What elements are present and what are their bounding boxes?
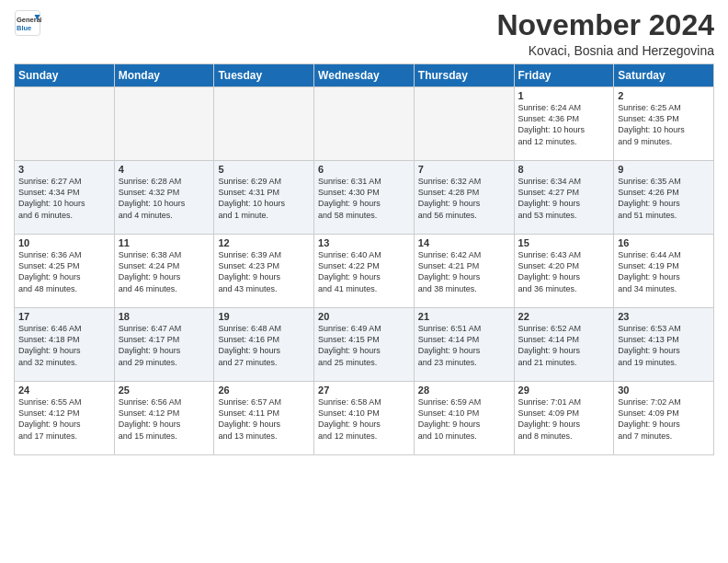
table-row: 3Sunrise: 6:27 AM Sunset: 4:34 PM Daylig… <box>15 161 115 235</box>
day-number: 28 <box>418 385 510 396</box>
table-row: 28Sunrise: 6:59 AM Sunset: 4:10 PM Dayli… <box>414 382 514 455</box>
day-number: 7 <box>418 164 510 175</box>
th-monday: Monday <box>114 64 214 87</box>
logo-icon: General Blue <box>14 9 41 37</box>
day-number: 23 <box>618 311 710 322</box>
day-number: 20 <box>318 311 410 322</box>
table-row: 27Sunrise: 6:58 AM Sunset: 4:10 PM Dayli… <box>314 382 415 455</box>
table-row: 8Sunrise: 6:34 AM Sunset: 4:27 PM Daylig… <box>514 161 614 235</box>
table-row: 19Sunrise: 6:48 AM Sunset: 4:16 PM Dayli… <box>214 308 314 382</box>
day-info: Sunrise: 6:36 AM Sunset: 4:25 PM Dayligh… <box>18 249 110 294</box>
day-number: 8 <box>518 164 610 175</box>
day-info: Sunrise: 6:28 AM Sunset: 4:32 PM Dayligh… <box>119 176 210 221</box>
day-info: Sunrise: 6:57 AM Sunset: 4:11 PM Dayligh… <box>218 396 310 442</box>
table-row: 22Sunrise: 6:52 AM Sunset: 4:14 PM Dayli… <box>514 308 614 382</box>
day-info: Sunrise: 6:40 AM Sunset: 4:22 PM Dayligh… <box>318 249 410 294</box>
table-row: 5Sunrise: 6:29 AM Sunset: 4:31 PM Daylig… <box>214 161 314 235</box>
table-row: 25Sunrise: 6:56 AM Sunset: 4:12 PM Dayli… <box>114 382 214 455</box>
day-number: 14 <box>418 237 510 248</box>
day-number: 17 <box>18 311 110 322</box>
day-number: 1 <box>518 90 610 101</box>
day-number: 10 <box>18 237 110 248</box>
day-info: Sunrise: 6:24 AM Sunset: 4:36 PM Dayligh… <box>518 102 610 147</box>
table-row: 26Sunrise: 6:57 AM Sunset: 4:11 PM Dayli… <box>214 382 314 455</box>
table-row <box>214 87 314 161</box>
table-row: 7Sunrise: 6:32 AM Sunset: 4:28 PM Daylig… <box>414 161 514 235</box>
day-info: Sunrise: 6:42 AM Sunset: 4:21 PM Dayligh… <box>418 249 510 294</box>
table-row: 30Sunrise: 7:02 AM Sunset: 4:09 PM Dayli… <box>614 382 714 455</box>
day-info: Sunrise: 6:32 AM Sunset: 4:28 PM Dayligh… <box>418 176 510 221</box>
day-info: Sunrise: 6:52 AM Sunset: 4:14 PM Dayligh… <box>518 323 610 368</box>
day-info: Sunrise: 6:34 AM Sunset: 4:27 PM Dayligh… <box>518 176 610 221</box>
table-row <box>114 87 214 161</box>
day-info: Sunrise: 7:01 AM Sunset: 4:09 PM Dayligh… <box>518 396 610 442</box>
table-row: 11Sunrise: 6:38 AM Sunset: 4:24 PM Dayli… <box>114 235 214 308</box>
table-row: 29Sunrise: 7:01 AM Sunset: 4:09 PM Dayli… <box>514 382 614 455</box>
day-number: 25 <box>119 385 210 396</box>
day-info: Sunrise: 6:51 AM Sunset: 4:14 PM Dayligh… <box>418 323 510 368</box>
day-number: 15 <box>518 237 610 248</box>
table-row: 15Sunrise: 6:43 AM Sunset: 4:20 PM Dayli… <box>514 235 614 308</box>
day-info: Sunrise: 6:55 AM Sunset: 4:12 PM Dayligh… <box>18 396 110 442</box>
logo: General Blue <box>14 9 41 37</box>
table-row: 21Sunrise: 6:51 AM Sunset: 4:14 PM Dayli… <box>414 308 514 382</box>
title-block: November 2024 Kovaci, Bosnia and Herzego… <box>496 9 714 58</box>
table-row: 6Sunrise: 6:31 AM Sunset: 4:30 PM Daylig… <box>314 161 415 235</box>
day-info: Sunrise: 6:58 AM Sunset: 4:10 PM Dayligh… <box>318 396 410 442</box>
day-number: 29 <box>518 385 610 396</box>
day-info: Sunrise: 6:47 AM Sunset: 4:17 PM Dayligh… <box>119 323 210 368</box>
th-thursday: Thursday <box>414 64 514 87</box>
table-row: 4Sunrise: 6:28 AM Sunset: 4:32 PM Daylig… <box>114 161 214 235</box>
svg-text:Blue: Blue <box>17 24 31 32</box>
th-friday: Friday <box>514 64 614 87</box>
day-info: Sunrise: 6:38 AM Sunset: 4:24 PM Dayligh… <box>119 249 210 294</box>
table-row: 12Sunrise: 6:39 AM Sunset: 4:23 PM Dayli… <box>214 235 314 308</box>
day-number: 12 <box>218 237 310 248</box>
day-number: 22 <box>518 311 610 322</box>
table-row: 24Sunrise: 6:55 AM Sunset: 4:12 PM Dayli… <box>15 382 115 455</box>
location: Kovaci, Bosnia and Herzegovina <box>496 43 714 58</box>
th-sunday: Sunday <box>15 64 115 87</box>
day-info: Sunrise: 7:02 AM Sunset: 4:09 PM Dayligh… <box>618 396 710 442</box>
day-info: Sunrise: 6:59 AM Sunset: 4:10 PM Dayligh… <box>418 396 510 442</box>
day-number: 9 <box>618 164 710 175</box>
day-number: 16 <box>618 237 710 248</box>
day-info: Sunrise: 6:46 AM Sunset: 4:18 PM Dayligh… <box>18 323 110 368</box>
th-tuesday: Tuesday <box>214 64 314 87</box>
calendar-table: Sunday Monday Tuesday Wednesday Thursday… <box>14 63 714 455</box>
page-container: General Blue November 2024 Kovaci, Bosni… <box>0 0 728 460</box>
page-header: General Blue November 2024 Kovaci, Bosni… <box>14 9 714 58</box>
day-info: Sunrise: 6:25 AM Sunset: 4:35 PM Dayligh… <box>618 102 710 147</box>
calendar-header-row: Sunday Monday Tuesday Wednesday Thursday… <box>15 64 714 87</box>
day-number: 30 <box>618 385 710 396</box>
month-title: November 2024 <box>496 9 714 41</box>
day-number: 11 <box>119 237 210 248</box>
day-number: 19 <box>218 311 310 322</box>
day-number: 6 <box>318 164 410 175</box>
day-number: 4 <box>119 164 210 175</box>
day-info: Sunrise: 6:31 AM Sunset: 4:30 PM Dayligh… <box>318 176 410 221</box>
table-row <box>314 87 415 161</box>
table-row: 23Sunrise: 6:53 AM Sunset: 4:13 PM Dayli… <box>614 308 714 382</box>
day-info: Sunrise: 6:27 AM Sunset: 4:34 PM Dayligh… <box>18 176 110 221</box>
table-row: 14Sunrise: 6:42 AM Sunset: 4:21 PM Dayli… <box>414 235 514 308</box>
day-info: Sunrise: 6:44 AM Sunset: 4:19 PM Dayligh… <box>618 249 710 294</box>
day-number: 3 <box>18 164 110 175</box>
day-number: 2 <box>618 90 710 101</box>
table-row: 13Sunrise: 6:40 AM Sunset: 4:22 PM Dayli… <box>314 235 415 308</box>
day-info: Sunrise: 6:29 AM Sunset: 4:31 PM Dayligh… <box>218 176 310 221</box>
table-row: 16Sunrise: 6:44 AM Sunset: 4:19 PM Dayli… <box>614 235 714 308</box>
day-number: 5 <box>218 164 310 175</box>
day-info: Sunrise: 6:53 AM Sunset: 4:13 PM Dayligh… <box>618 323 710 368</box>
table-row <box>414 87 514 161</box>
table-row: 10Sunrise: 6:36 AM Sunset: 4:25 PM Dayli… <box>15 235 115 308</box>
day-number: 26 <box>218 385 310 396</box>
table-row <box>15 87 115 161</box>
table-row: 17Sunrise: 6:46 AM Sunset: 4:18 PM Dayli… <box>15 308 115 382</box>
day-number: 24 <box>18 385 110 396</box>
table-row: 18Sunrise: 6:47 AM Sunset: 4:17 PM Dayli… <box>114 308 214 382</box>
day-info: Sunrise: 6:49 AM Sunset: 4:15 PM Dayligh… <box>318 323 410 368</box>
day-number: 13 <box>318 237 410 248</box>
table-row: 2Sunrise: 6:25 AM Sunset: 4:35 PM Daylig… <box>614 87 714 161</box>
day-info: Sunrise: 6:48 AM Sunset: 4:16 PM Dayligh… <box>218 323 310 368</box>
